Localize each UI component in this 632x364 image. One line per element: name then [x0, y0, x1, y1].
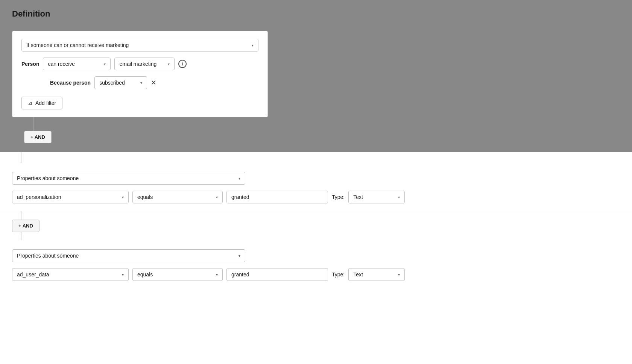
email-marketing-value: email marketing — [119, 61, 156, 67]
type-dropdown-1[interactable]: Text ▾ — [348, 191, 405, 203]
main-condition-chevron: ▾ — [252, 43, 254, 47]
type-dropdown-2[interactable]: Text ▾ — [348, 268, 405, 281]
main-condition-value: If someone can or cannot receive marketi… — [26, 42, 129, 48]
connector-line-3 — [21, 232, 21, 240]
connector-line-1 — [21, 152, 21, 163]
operator-chevron-1: ▾ — [216, 195, 218, 199]
property-name-dropdown-2[interactable]: ad_user_data ▾ — [12, 268, 129, 281]
type-chevron-1: ▾ — [398, 195, 400, 199]
add-filter-row: ⊿ Add filter — [21, 95, 258, 109]
value-input-2[interactable] — [226, 268, 328, 281]
condition-group-2: Properties about someone ▾ ad_user_data … — [0, 240, 632, 288]
top-section: Definition If someone can or cannot rece… — [0, 0, 632, 152]
properties-chevron-1: ▾ — [239, 176, 240, 180]
email-marketing-chevron: ▾ — [168, 62, 170, 66]
can-receive-chevron: ▾ — [104, 62, 106, 66]
operator-dropdown-1[interactable]: equals ▾ — [132, 191, 223, 203]
property-name-chevron-1: ▾ — [122, 195, 124, 199]
and-button-2[interactable]: + AND — [12, 220, 40, 232]
operator-dropdown-2[interactable]: equals ▾ — [132, 268, 223, 281]
type-label-1: Type: — [332, 194, 345, 200]
main-condition-dropdown[interactable]: If someone can or cannot receive marketi… — [21, 39, 258, 52]
operator-value-1: equals — [137, 194, 153, 200]
subscribed-value: subscribed — [99, 80, 125, 86]
filter-funnel-icon: ⊿ — [28, 100, 32, 106]
connector-line-2 — [21, 211, 21, 220]
gray-and-area: + AND — [12, 131, 620, 152]
property-name-dropdown-1[interactable]: ad_personalization ▾ — [12, 191, 129, 203]
condition-block: If someone can or cannot receive marketi… — [12, 31, 268, 117]
properties-dropdown-2[interactable]: Properties about someone ▾ — [12, 249, 245, 262]
subscribed-dropdown[interactable]: subscribed ▾ — [94, 76, 147, 89]
condition-group-1: Properties about someone ▾ ad_personaliz… — [0, 163, 632, 211]
property-name-value-2: ad_user_data — [17, 271, 49, 278]
main-condition-row: If someone can or cannot receive marketi… — [21, 39, 258, 52]
can-receive-value: can receive — [48, 61, 75, 67]
filter-row-2: ad_user_data ▾ equals ▾ Type: Text ▾ — [12, 268, 620, 281]
top-connector-line — [33, 117, 33, 131]
page-container: Definition If someone can or cannot rece… — [0, 0, 632, 364]
properties-chevron-2: ▾ — [239, 254, 240, 258]
property-name-chevron-2: ▾ — [122, 273, 124, 277]
operator-chevron-2: ▾ — [216, 273, 218, 277]
type-label-2: Type: — [332, 271, 345, 278]
value-input-1[interactable] — [226, 191, 328, 203]
bottom-section: Properties about someone ▾ ad_personaliz… — [0, 152, 632, 364]
properties-value-1: Properties about someone — [17, 175, 79, 181]
because-person-row: Because person subscribed ▾ ✕ — [21, 76, 258, 89]
property-name-value-1: ad_personalization — [17, 194, 61, 200]
type-value-2: Text — [353, 271, 363, 278]
add-filter-label: Add filter — [35, 100, 56, 106]
properties-dropdown-1[interactable]: Properties about someone ▾ — [12, 172, 245, 185]
page-title: Definition — [12, 9, 620, 19]
type-value-1: Text — [353, 194, 363, 200]
because-label: Because person — [50, 80, 91, 86]
email-marketing-dropdown[interactable]: email marketing ▾ — [114, 58, 175, 70]
person-row: Person can receive ▾ email marketing ▾ i — [21, 58, 258, 70]
properties-value-2: Properties about someone — [17, 253, 79, 259]
operator-value-2: equals — [137, 271, 153, 278]
and-button-1[interactable]: + AND — [24, 131, 52, 143]
can-receive-dropdown[interactable]: can receive ▾ — [43, 58, 111, 70]
properties-wrapper-1: Properties about someone ▾ — [12, 172, 620, 185]
info-icon[interactable]: i — [178, 60, 187, 68]
close-icon[interactable]: ✕ — [151, 79, 156, 87]
subscribed-chevron: ▾ — [140, 81, 142, 85]
person-label: Person — [21, 61, 39, 67]
add-filter-button[interactable]: ⊿ Add filter — [21, 97, 62, 109]
properties-wrapper-2: Properties about someone ▾ — [12, 249, 620, 262]
type-chevron-2: ▾ — [398, 273, 400, 277]
filter-row-1: ad_personalization ▾ equals ▾ Type: Text… — [12, 191, 620, 203]
